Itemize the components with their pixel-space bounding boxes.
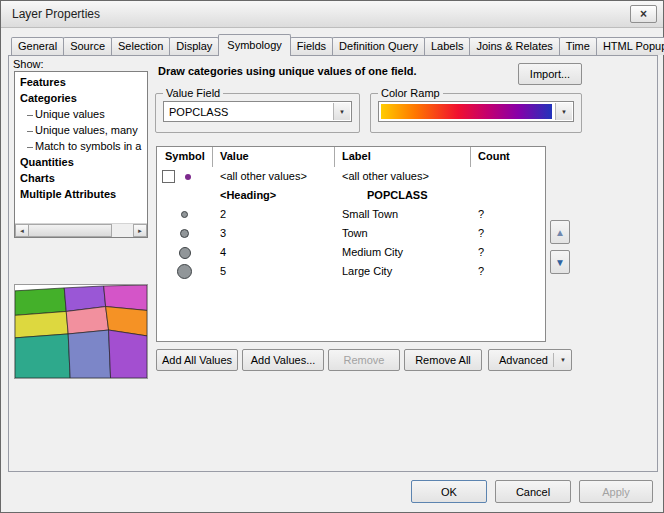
arrow-down-icon: ▼: [555, 257, 565, 268]
color-ramp-label: Color Ramp: [378, 87, 443, 99]
row-count: ?: [478, 265, 484, 277]
row-value: 4: [220, 246, 226, 258]
value-field-combobox[interactable]: POPCLASS ▼: [163, 101, 352, 122]
col-symbol: Symbol: [165, 150, 205, 162]
table-row[interactable]: 5 Large City ?: [157, 262, 545, 281]
tab-source[interactable]: Source: [63, 37, 112, 55]
title-bar[interactable]: Layer Properties ×: [1, 1, 663, 28]
column-divider: [212, 147, 213, 167]
add-all-values-button[interactable]: Add All Values: [156, 349, 238, 371]
tree-item-features[interactable]: Features: [15, 74, 147, 90]
import-button[interactable]: Import...: [518, 63, 582, 85]
button-divider: [553, 353, 554, 367]
page-title: Draw categories using unique values of o…: [158, 65, 514, 77]
tab-joins-relates[interactable]: Joins & Relates: [469, 37, 559, 55]
row-label: Small Town: [342, 208, 398, 220]
point-symbol-icon[interactable]: [177, 264, 192, 279]
tab-html-popup[interactable]: HTML Popup: [596, 37, 664, 55]
scrollbar-track[interactable]: [112, 224, 134, 237]
tree-horizontal-scrollbar[interactable]: ◄ ►: [15, 223, 147, 237]
tree-item-multiple-attributes[interactable]: Multiple Attributes: [15, 186, 147, 202]
value-field-value: POPCLASS: [169, 106, 228, 118]
tab-strip: General Source Selection Display Symbolo…: [8, 34, 664, 56]
row-value: 3: [220, 227, 226, 239]
row-value: 2: [220, 208, 226, 220]
scrollbar-thumb[interactable]: [28, 224, 112, 237]
tab-definition-query[interactable]: Definition Query: [332, 37, 425, 55]
point-symbol-icon[interactable]: [180, 229, 189, 238]
close-icon: ×: [640, 7, 647, 21]
row-label: <all other values>: [342, 170, 429, 182]
remove-all-button[interactable]: Remove All: [404, 349, 482, 371]
dropdown-glyph: ▼: [561, 109, 567, 115]
advanced-button[interactable]: Advanced ▼: [488, 349, 572, 371]
layer-properties-dialog: Layer Properties × General Source Select…: [0, 0, 664, 513]
scroll-right-icon[interactable]: ►: [133, 224, 147, 237]
table-row[interactable]: <Heading> POPCLASS: [157, 186, 545, 205]
point-symbol-icon[interactable]: [181, 211, 188, 218]
add-values-button[interactable]: Add Values...: [242, 349, 324, 371]
chevron-down-icon: ▼: [560, 357, 566, 363]
row-label: Large City: [342, 265, 392, 277]
tab-labels[interactable]: Labels: [424, 37, 470, 55]
row-label: Town: [342, 227, 368, 239]
col-value: Value: [220, 150, 249, 162]
row-count: ?: [478, 246, 484, 258]
table-row[interactable]: <all other values> <all other values>: [157, 167, 545, 186]
column-divider: [470, 147, 471, 167]
tab-display[interactable]: Display: [169, 37, 219, 55]
scroll-left-icon[interactable]: ◄: [15, 224, 29, 237]
row-value: <Heading>: [220, 189, 276, 201]
point-symbol-icon[interactable]: [185, 174, 191, 180]
map-preview-graphic: [15, 285, 147, 378]
chevron-down-icon[interactable]: ▼: [555, 103, 572, 120]
close-button[interactable]: ×: [630, 5, 657, 23]
row-count: ?: [478, 208, 484, 220]
arrow-up-icon: ▲: [555, 227, 565, 238]
tree-item-quantities[interactable]: Quantities: [15, 154, 147, 170]
table-row[interactable]: 2 Small Town ?: [157, 205, 545, 224]
tree-item-categories[interactable]: Categories: [15, 90, 147, 106]
tree-item-unique-values-many[interactable]: Unique values, many: [15, 122, 147, 138]
unique-values-table: Symbol Value Label Count <all other valu…: [156, 146, 546, 342]
tree-item-unique-values[interactable]: Unique values: [15, 106, 147, 122]
value-field-label: Value Field: [163, 87, 223, 99]
all-other-values-checkbox[interactable]: [162, 170, 175, 183]
chevron-down-icon[interactable]: ▼: [333, 103, 350, 120]
map-preview: [14, 284, 148, 379]
row-count: ?: [478, 227, 484, 239]
column-divider: [334, 147, 335, 167]
remove-button[interactable]: Remove: [328, 349, 400, 371]
tab-symbology[interactable]: Symbology: [218, 34, 290, 56]
table-row[interactable]: 4 Medium City ?: [157, 243, 545, 262]
ok-button[interactable]: OK: [411, 480, 487, 503]
tab-fields[interactable]: Fields: [290, 37, 333, 55]
row-label: POPCLASS: [367, 189, 428, 201]
color-ramp-combobox[interactable]: ▼: [378, 101, 574, 122]
show-label: Show:: [13, 58, 44, 70]
move-up-button[interactable]: ▲: [550, 220, 570, 244]
tab-general[interactable]: General: [11, 37, 64, 55]
tab-selection[interactable]: Selection: [111, 37, 170, 55]
color-ramp-group: Color Ramp ▼: [370, 87, 582, 133]
col-label: Label: [342, 150, 371, 162]
value-field-group: Value Field POPCLASS ▼: [155, 87, 360, 133]
cancel-button[interactable]: Cancel: [495, 480, 571, 503]
point-symbol-icon[interactable]: [179, 247, 191, 259]
row-value: <all other values>: [220, 170, 307, 182]
col-count: Count: [478, 150, 510, 162]
row-value: 5: [220, 265, 226, 277]
tab-time[interactable]: Time: [559, 37, 597, 55]
apply-button[interactable]: Apply: [579, 480, 653, 503]
table-row[interactable]: 3 Town ?: [157, 224, 545, 243]
table-header: Symbol Value Label Count: [157, 147, 545, 167]
move-down-button[interactable]: ▼: [550, 250, 570, 274]
advanced-label: Advanced: [499, 354, 548, 366]
show-tree: Features Categories Unique values Unique…: [14, 71, 148, 238]
row-label: Medium City: [342, 246, 403, 258]
window-title: Layer Properties: [12, 7, 630, 21]
color-ramp-swatch: [381, 104, 552, 119]
tree-item-charts[interactable]: Charts: [15, 170, 147, 186]
dropdown-glyph: ▼: [339, 109, 345, 115]
tree-item-match-symbols[interactable]: Match to symbols in a: [15, 138, 147, 154]
